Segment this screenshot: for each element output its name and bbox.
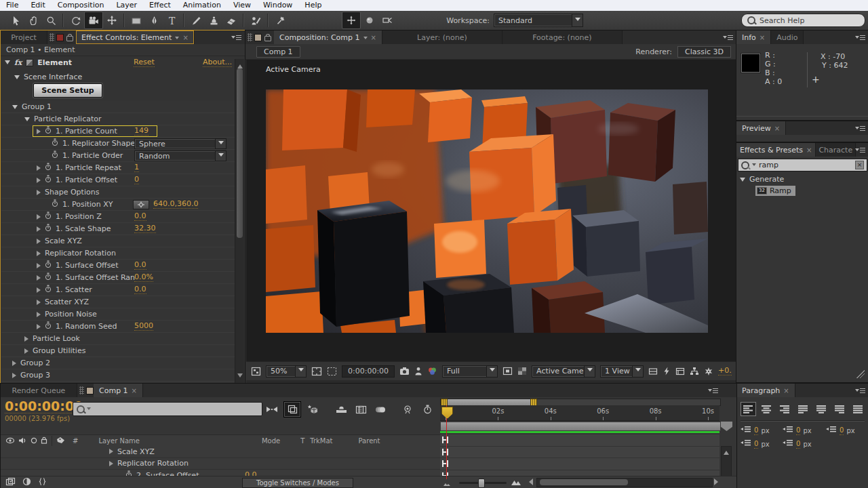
menu-item-composition[interactable]: Composition — [52, 0, 111, 11]
scroll-up-icon[interactable] — [237, 62, 243, 68]
effect-header[interactable]: fx Element Reset About... — [1, 56, 245, 68]
vertical-scrollbar[interactable] — [235, 59, 244, 383]
tab-comp-timeline[interactable]: Comp 1 — [94, 384, 143, 397]
current-time-display[interactable]: 0:00:00:00 — [5, 399, 83, 413]
show-snapshot-icon[interactable] — [414, 367, 422, 375]
twirl-open-icon[interactable] — [5, 60, 10, 64]
property-value[interactable]: 1 — [134, 163, 139, 172]
panel-menu-icon[interactable] — [707, 386, 719, 395]
twirl-closed-icon[interactable] — [24, 348, 28, 354]
menu-item-layer[interactable]: Layer — [110, 0, 143, 11]
view-layout-dropdown[interactable]: 1 View — [600, 365, 644, 378]
stopwatch-icon[interactable] — [52, 150, 58, 161]
twirl-closed-icon[interactable] — [109, 461, 113, 466]
clone-stamp-tool[interactable] — [205, 12, 222, 28]
twirl-closed-icon[interactable] — [37, 178, 41, 183]
tab-menu-icon[interactable] — [175, 37, 179, 41]
eye-icon[interactable] — [5, 437, 15, 445]
effect-property-row[interactable]: 1. Particle Offset 0 — [1, 174, 235, 186]
panel-gripper[interactable] — [79, 386, 84, 394]
comp-mini-flowchart-icon[interactable] — [283, 401, 301, 418]
viewer-timecode[interactable]: 0:00:00:00 — [342, 365, 395, 378]
clear-search-icon[interactable]: × — [855, 161, 864, 169]
lock-icon[interactable] — [66, 36, 73, 41]
effect-property-row[interactable]: 1. Random Seed 5000 — [1, 321, 235, 333]
region-of-interest-icon[interactable] — [327, 367, 337, 376]
scroll-left-icon[interactable] — [526, 479, 533, 485]
twirl-closed-icon[interactable] — [37, 324, 41, 329]
target-region-icon[interactable] — [502, 367, 513, 375]
twirl-closed-icon[interactable] — [37, 287, 41, 293]
scene-setup-button[interactable]: Scene Setup — [33, 83, 102, 98]
panel-menu-icon[interactable] — [722, 33, 734, 42]
magnification-dropdown[interactable]: 50% — [266, 365, 307, 378]
stopwatch-icon[interactable] — [45, 211, 52, 222]
twirl-closed-icon[interactable] — [37, 300, 41, 305]
close-icon[interactable] — [806, 146, 812, 154]
safe-margins-icon[interactable] — [311, 367, 322, 376]
axis-view-mode[interactable] — [378, 12, 396, 28]
twirl-closed-icon[interactable] — [37, 239, 41, 244]
twirl-closed-icon[interactable] — [109, 449, 113, 454]
transparency-grid-icon[interactable] — [517, 367, 527, 375]
flowchart-icon[interactable] — [690, 367, 699, 375]
effect-property-row[interactable]: 1. Particle Count 149 — [1, 125, 235, 138]
property-value[interactable]: 5000 — [134, 322, 153, 331]
zoom-out-time-icon[interactable] — [443, 480, 451, 488]
brainstorm-icon[interactable] — [399, 402, 416, 417]
show-channel-icon[interactable] — [427, 367, 437, 375]
scrollbar-thumb[interactable] — [237, 68, 243, 238]
effect-property-row[interactable]: Scale XYZ — [1, 235, 235, 247]
close-icon[interactable] — [132, 387, 137, 394]
panel-resize-grip[interactable] — [856, 370, 865, 378]
stopwatch-icon[interactable] — [45, 175, 52, 185]
twirl-closed-icon[interactable] — [37, 190, 41, 195]
effect-property-row[interactable]: Group Utilities — [1, 345, 235, 357]
point-control-icon[interactable] — [133, 200, 149, 209]
twirl-closed-icon[interactable] — [12, 373, 16, 378]
panel-gripper[interactable] — [248, 33, 252, 41]
brush-tool[interactable] — [187, 12, 205, 28]
align-left-button[interactable] — [741, 402, 756, 416]
effect-property-row[interactable]: 1. Scatter 0.0 — [1, 284, 235, 296]
effect-property-row[interactable]: Group 2 — [1, 357, 235, 369]
label-column-icon[interactable] — [56, 436, 66, 445]
indent-field[interactable]: 0 px — [826, 426, 868, 435]
effect-property-row[interactable]: 1. Surface Offset 0.0 — [1, 260, 235, 272]
zoom-slider-knob[interactable] — [478, 479, 485, 488]
expand-transfer-controls-icon[interactable] — [22, 477, 32, 488]
effect-property-row[interactable]: Position Noise — [1, 308, 235, 321]
tab-layer[interactable]: Layer: (none) — [382, 30, 502, 44]
motion-blur-icon[interactable] — [372, 402, 389, 417]
panel-menu-icon[interactable] — [230, 33, 242, 42]
effect-property-row[interactable]: Replicator Rotation — [1, 247, 235, 260]
property-dropdown[interactable]: Random — [134, 150, 226, 161]
time-ruler[interactable]: 0s 02s 04s 06s 08s 1 — [440, 405, 719, 421]
property-value[interactable]: 149 — [134, 127, 149, 136]
tab-info[interactable]: Info — [736, 30, 771, 44]
tab-project[interactable]: Project — [1, 30, 47, 44]
effect-property-row[interactable]: 1. Particle Repeat 1 — [1, 162, 235, 174]
tab-footage[interactable]: Footage: (none) — [502, 30, 623, 44]
effect-property-row[interactable]: Scatter XYZ — [1, 296, 235, 308]
justify-last-center-button[interactable] — [814, 402, 829, 416]
twirl-closed-icon[interactable] — [37, 165, 41, 171]
effect-property-row[interactable]: 1. Replicator Shape Sphere — [1, 138, 235, 150]
indent-field[interactable]: 0 px — [783, 439, 826, 449]
twirl-closed-icon[interactable] — [37, 275, 41, 281]
stopwatch-icon[interactable] — [52, 138, 58, 148]
puppet-pin-tool[interactable] — [271, 12, 289, 28]
close-icon[interactable] — [760, 34, 765, 41]
property-value[interactable]: 0.0% — [134, 273, 153, 282]
twirl-closed-icon[interactable] — [37, 129, 41, 134]
draft-3d-icon[interactable] — [304, 402, 321, 417]
hand-tool[interactable] — [24, 12, 42, 28]
timeline-horizontal-scrollbar[interactable] — [536, 478, 713, 487]
menu-item-help[interactable]: Help — [298, 0, 328, 11]
effects-category-generate[interactable]: Generate — [736, 174, 868, 185]
menu-item-window[interactable]: Window — [257, 0, 298, 11]
shy-layers-icon[interactable] — [333, 402, 349, 417]
stopwatch-icon[interactable] — [45, 224, 52, 234]
scroll-right-icon[interactable] — [714, 479, 722, 485]
column-mode[interactable]: Mode — [262, 437, 280, 445]
